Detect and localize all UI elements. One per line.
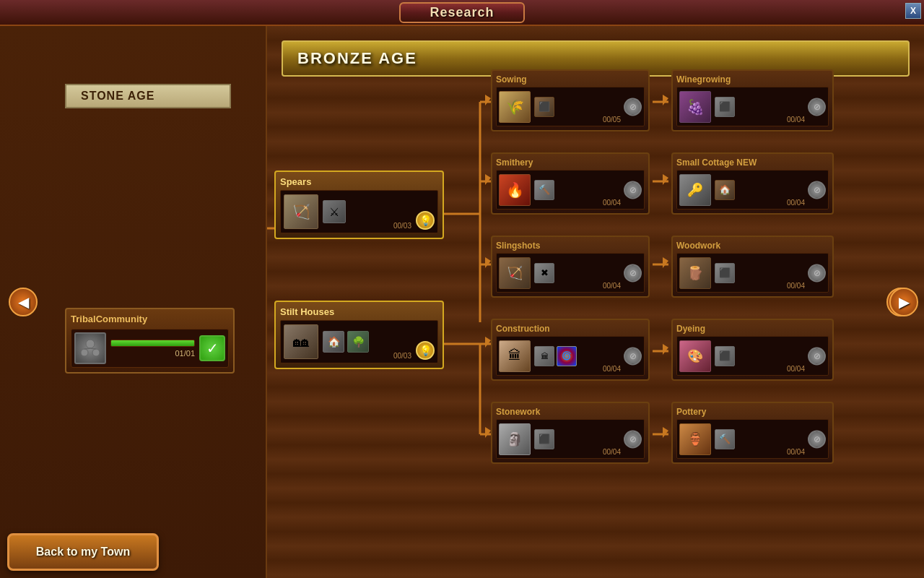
winegrowing-main-icon: 🍇 xyxy=(679,91,711,123)
pottery-card[interactable]: Pottery 🏺 🔨 00/04 ⊘ xyxy=(671,402,834,464)
construction-body: 🏛 🏛 🌀 00/04 ⊘ xyxy=(496,336,645,376)
stonework-card[interactable]: Stonework 🗿 ⬛ 00/04 ⊘ xyxy=(491,402,650,464)
svg-marker-28 xyxy=(663,344,668,355)
svg-marker-27 xyxy=(663,257,668,268)
svg-line-4 xyxy=(90,348,96,349)
stilt-houses-card-body: 🏘 🏠 🌳 00/03 💡 xyxy=(280,320,438,363)
woodwork-count: 00/04 xyxy=(787,282,805,290)
svg-marker-24 xyxy=(485,427,491,438)
pottery-icon-2: 🔨 xyxy=(715,429,735,449)
tribal-community-icon xyxy=(74,332,106,364)
tribal-community-inner: 01/01 ✓ xyxy=(71,329,229,368)
small-cottage-card[interactable]: Small Cottage NEW 🔑 🏠 00/04 ⊘ xyxy=(671,152,834,215)
bronze-age-text: BRONZE AGE xyxy=(297,49,417,68)
back-button-label: Back to my Town xyxy=(36,545,130,558)
pottery-main-icon: 🏺 xyxy=(679,423,711,455)
stilt-bulb-icon: 💡 xyxy=(416,341,435,360)
nav-arrow-right-main[interactable]: ▶ xyxy=(889,288,918,316)
dyeing-count: 00/04 xyxy=(787,365,805,373)
winegrowing-icon-2: ⬛ xyxy=(715,97,735,117)
construction-count: 00/04 xyxy=(603,365,621,373)
slingshots-body: 🏹 ✖ 00/04 ⊘ xyxy=(496,253,645,293)
winegrowing-disabled-icon: ⊘ xyxy=(808,98,826,116)
sowing-main-icon: 🌾 xyxy=(499,91,531,123)
dyeing-disabled-icon: ⊘ xyxy=(808,347,826,365)
svg-line-3 xyxy=(84,348,90,349)
svg-marker-26 xyxy=(663,174,668,185)
small-cottage-title: Small Cottage NEW xyxy=(676,158,829,168)
small-cottage-icon-2: 🏠 xyxy=(715,180,735,200)
svg-point-2 xyxy=(92,349,100,356)
sowing-body: 🌾 ⬛ 00/05 ⊘ xyxy=(496,87,645,126)
sowing-disabled-icon: ⊘ xyxy=(624,98,642,116)
spears-bulb-icon: 💡 xyxy=(416,211,435,230)
tribal-progress-bar-bg xyxy=(110,340,195,347)
close-button[interactable]: X xyxy=(905,3,921,19)
stonework-icon-2: ⬛ xyxy=(534,429,554,449)
stilt-houses-title: Stilt Houses xyxy=(280,306,438,317)
stilt-icon-3: 🌳 xyxy=(347,331,369,353)
small-cottage-count: 00/04 xyxy=(787,199,805,207)
winegrowing-count: 00/04 xyxy=(787,116,805,124)
svg-marker-20 xyxy=(485,95,491,105)
stonework-body: 🗿 ⬛ 00/04 ⊘ xyxy=(496,419,645,459)
tribal-progress-area: 01/01 xyxy=(110,340,195,358)
spears-card[interactable]: Spears 🏹 ⚔ 00/03 💡 xyxy=(274,171,444,239)
smithery-body: 🔥 🔨 00/04 ⊘ xyxy=(496,170,645,210)
pottery-disabled-icon: ⊘ xyxy=(808,430,826,448)
winegrowing-card[interactable]: Winegrowing 🍇 ⬛ 00/04 ⊘ xyxy=(671,69,834,131)
small-cottage-body: 🔑 🏠 00/04 ⊘ xyxy=(676,170,829,210)
smithery-main-icon: 🔥 xyxy=(499,174,531,206)
dyeing-card[interactable]: Dyeing 🎨 ⬛ 00/04 ⊘ xyxy=(671,319,834,381)
construction-main-icon: 🏛 xyxy=(499,340,531,372)
svg-marker-22 xyxy=(485,257,491,268)
spears-card-body: 🏹 ⚔ 00/03 💡 xyxy=(280,190,438,233)
back-to-town-button[interactable]: Back to my Town xyxy=(7,533,159,571)
woodwork-disabled-icon: ⊘ xyxy=(808,264,826,282)
spears-icon-2: ⚔ xyxy=(323,200,346,223)
construction-card[interactable]: Construction 🏛 🏛 🌀 00/04 ⊘ xyxy=(491,319,650,381)
sidebar: STONE AGE TribalCommunity 01/01 ✓ xyxy=(0,26,267,578)
slingshots-count: 00/04 xyxy=(603,282,621,290)
stilt-main-icon: 🏘 xyxy=(284,324,318,359)
stilt-icons-group: 🏠 🌳 xyxy=(323,331,369,353)
small-cottage-disabled-icon: ⊘ xyxy=(808,181,826,199)
slingshots-icon-2: ✖ xyxy=(534,263,554,283)
smithery-disabled-icon: ⊘ xyxy=(624,181,642,199)
small-cottage-main-icon: 🔑 xyxy=(679,174,711,206)
stonework-count: 00/04 xyxy=(603,448,621,456)
sowing-card[interactable]: Sowing 🌾 ⬛ 00/05 ⊘ xyxy=(491,69,650,131)
spears-main-icon: 🏹 xyxy=(284,194,318,229)
slingshots-card[interactable]: Slingshots 🏹 ✖ 00/04 ⊘ xyxy=(491,236,650,298)
stilt-houses-card[interactable]: Stilt Houses 🏘 🏠 🌳 00/03 💡 xyxy=(274,301,444,369)
winegrowing-body: 🍇 ⬛ 00/04 ⊘ xyxy=(676,87,829,126)
construction-disabled-icon: ⊘ xyxy=(624,347,642,365)
woodwork-body: 🪵 ⬛ 00/04 ⊘ xyxy=(676,253,829,293)
spears-title: Spears xyxy=(280,176,438,187)
woodwork-card[interactable]: Woodwork 🪵 ⬛ 00/04 ⊘ xyxy=(671,236,834,298)
smithery-icon-2: 🔨 xyxy=(534,180,554,200)
stilt-count: 00/03 xyxy=(393,352,411,360)
woodwork-title: Woodwork xyxy=(676,241,829,251)
title-bar: Research X xyxy=(0,0,924,26)
smithery-card[interactable]: Smithery 🔥 🔨 00/04 ⊘ xyxy=(491,152,650,215)
tribal-community-card[interactable]: TribalCommunity 01/01 ✓ xyxy=(65,308,235,374)
slingshots-title: Slingshots xyxy=(496,241,645,251)
dyeing-icon-2: ⬛ xyxy=(715,346,735,366)
tribal-check-icon: ✓ xyxy=(199,335,225,361)
title-bar-bg: Research xyxy=(399,2,524,23)
dyeing-main-icon: 🎨 xyxy=(679,340,711,372)
construction-icon-3: 🌀 xyxy=(557,346,577,366)
pottery-count: 00/04 xyxy=(787,448,805,456)
smithery-title: Smithery xyxy=(496,158,645,168)
svg-marker-21 xyxy=(485,174,491,185)
svg-marker-25 xyxy=(663,95,668,105)
stonework-main-icon: 🗿 xyxy=(499,423,531,455)
svg-point-1 xyxy=(81,349,88,356)
stone-age-label: STONE AGE xyxy=(65,84,231,108)
svg-point-0 xyxy=(86,340,95,348)
slingshots-main-icon: 🏹 xyxy=(499,257,531,289)
tribal-count: 01/01 xyxy=(110,349,195,358)
sowing-count: 00/05 xyxy=(603,116,621,124)
nav-arrow-left[interactable]: ◀ xyxy=(9,288,38,316)
